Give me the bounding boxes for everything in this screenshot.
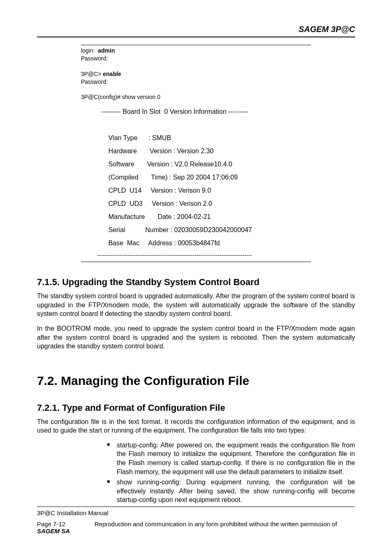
board-row: Software Version : V2.0 Release10.4.0 (81, 158, 311, 171)
terminal-enable-line: 3P@C> enable (81, 70, 311, 78)
terminal-show-version: 3P@C(config)# show version 0 (81, 93, 311, 101)
list-item: show running-config: During equipment ru… (107, 478, 355, 504)
heading-managing-config: 7.2. Managing the Configuration File (37, 374, 355, 388)
paragraph: The standby system control board is upgr… (37, 292, 355, 318)
terminal-password-1: Password: (81, 55, 311, 62)
board-row: Hardware Version : Version 2.30 (81, 145, 311, 158)
heading-upgrading-standby: 7.1.5. Upgrading the Standby System Cont… (37, 277, 355, 288)
terminal-password-2: Password: (81, 78, 311, 86)
terminal-dash-footer: ----------------------------------------… (81, 251, 311, 259)
footer-rights: Reproduction and communication in any fo… (95, 520, 355, 534)
board-info: --------- Board In Slot 0 Version Inform… (81, 105, 311, 250)
header-rule (37, 37, 355, 37)
paragraph: In the BOOTROM mode, you need to upgrade… (37, 324, 355, 351)
terminal-login-line: login: admin (81, 47, 311, 55)
terminal-blank (81, 62, 311, 70)
board-row: Serial Number : 02030059D230042000047 (81, 223, 311, 237)
paragraph: The configuration file is in the text fo… (37, 417, 355, 435)
terminal-blank2 (81, 85, 311, 93)
board-row: (Compiled Time) : Sep 20 2004 17:06:09 (81, 171, 311, 184)
running-header: SAGEM 3P@C (37, 25, 355, 34)
list-item: startup-config: After powered on, the eq… (107, 441, 355, 476)
footer-rule (37, 507, 355, 507)
page-footer: 3P@C Installation Manual Page 7-12 SAGEM… (37, 507, 355, 534)
board-row: CPLD UD3 Version : Verison 2.0 (81, 197, 311, 210)
board-row: Base Mac Address : 00053b4847fd (81, 237, 311, 250)
board-row: Manufacture Date : 2004-02-21 (81, 210, 311, 223)
terminal-block: login: admin Password: 3P@C> enable Pass… (81, 45, 311, 262)
board-blank (81, 118, 311, 131)
board-header: --------- Board In Slot 0 Version Inform… (81, 105, 311, 118)
heading-type-format: 7.2.1. Type and Format of Configuration … (37, 403, 355, 413)
board-row: CPLD U14 Version : Verison 9.0 (81, 184, 311, 197)
footer-brand: SAGEM SA (37, 527, 95, 534)
footer-manual-title: 3P@C Installation Manual (37, 509, 355, 516)
footer-page-number: Page 7-12 (37, 520, 95, 527)
bullet-list: startup-config: After powered on, the eq… (37, 441, 355, 504)
board-row: Vlan Type : SMUB (81, 131, 311, 145)
